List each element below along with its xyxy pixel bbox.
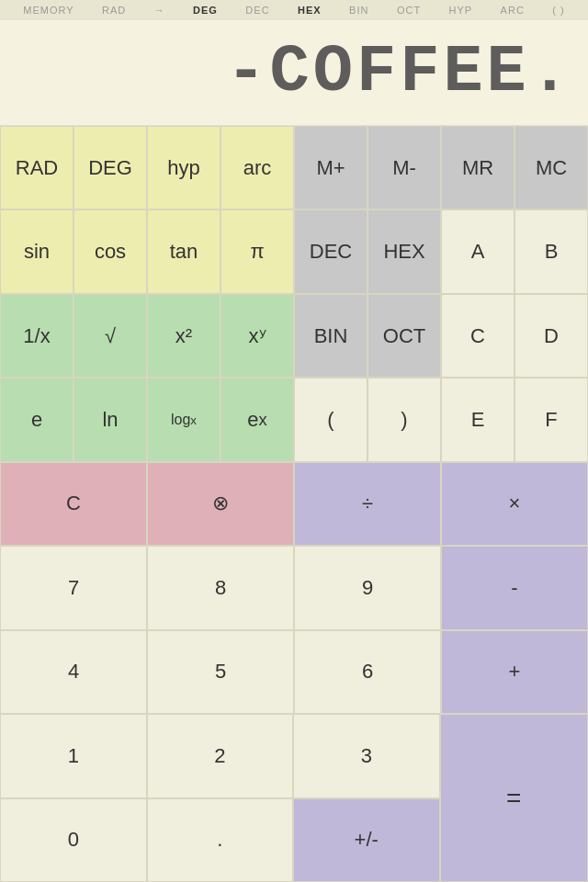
status-item-: ( ) — [552, 5, 564, 16]
status-bar: MEMORYRAD→DEGDECHEXBINOCTHYPARC( ) — [0, 0, 588, 20]
display: -COFFEE. — [0, 20, 588, 126]
eight-btn[interactable]: 8 — [147, 546, 294, 629]
m-minus-btn[interactable]: M- — [368, 126, 441, 209]
reciprocal-btn[interactable]: 1/x — [0, 294, 74, 378]
lparen-btn[interactable]: ( — [294, 378, 368, 461]
sqrt-btn[interactable]: √ — [74, 294, 147, 378]
hex-btn[interactable]: HEX — [368, 209, 441, 293]
clear-btn[interactable]: C — [0, 462, 147, 546]
a-btn[interactable]: A — [441, 209, 514, 293]
mr-btn[interactable]: MR — [441, 126, 514, 209]
status-item-bin: BIN — [349, 5, 368, 16]
row-456: 4 5 6 + — [0, 630, 588, 714]
calculator-grid: RAD DEG hyp arc M+ M- MR MC sin cos tan … — [0, 126, 588, 882]
pi-btn[interactable]: π — [220, 209, 294, 293]
plusminus-btn[interactable]: +/- — [293, 798, 440, 882]
status-item-rad: RAD — [102, 5, 126, 16]
row-123-0-combined: 1 2 3 0 . +/- = — [0, 714, 588, 882]
c-hex-btn[interactable]: C — [441, 294, 514, 378]
sin-btn[interactable]: sin — [0, 209, 74, 293]
status-item-deg: DEG — [193, 5, 218, 16]
status-item-arc: ARC — [501, 5, 525, 16]
m-plus-btn[interactable]: M+ — [294, 126, 368, 209]
oct-btn[interactable]: OCT — [368, 294, 441, 378]
e-hex-btn[interactable]: E — [441, 378, 514, 461]
e-btn[interactable]: e — [0, 378, 74, 461]
logx-btn[interactable]: logx — [147, 378, 220, 461]
plus-btn[interactable]: + — [441, 630, 588, 714]
arc-btn[interactable]: arc — [220, 126, 294, 209]
one-btn[interactable]: 1 — [0, 714, 147, 797]
equals-btn[interactable]: = — [440, 714, 589, 882]
row-exp: e ln logx ex ( ) E F — [0, 378, 588, 461]
four-btn[interactable]: 4 — [0, 630, 147, 714]
b-btn[interactable]: B — [514, 209, 588, 293]
backspace-btn[interactable]: ⊗ — [147, 462, 294, 546]
row-math: 1/x √ x² xʸ BIN OCT C D — [0, 294, 588, 378]
deg-btn[interactable]: DEG — [74, 126, 147, 209]
x2-btn[interactable]: x² — [147, 294, 220, 378]
status-item-memory: MEMORY — [23, 5, 74, 16]
divide-btn[interactable]: ÷ — [294, 462, 441, 546]
six-btn[interactable]: 6 — [294, 630, 441, 714]
status-item-hex: HEX — [298, 5, 322, 16]
multiply-btn[interactable]: × — [441, 462, 588, 546]
three-btn[interactable]: 3 — [293, 714, 440, 797]
status-item-dec: DEC — [245, 5, 269, 16]
cos-btn[interactable]: cos — [74, 209, 147, 293]
rparen-btn[interactable]: ) — [368, 378, 441, 461]
status-item-hyp: HYP — [449, 5, 473, 16]
two-btn[interactable]: 2 — [147, 714, 294, 797]
minus-btn[interactable]: - — [441, 546, 588, 629]
zero-btn[interactable]: 0 — [0, 798, 147, 882]
row-trig: sin cos tan π DEC HEX A B — [0, 209, 588, 293]
status-item-oct: OCT — [397, 5, 421, 16]
bin-btn[interactable]: BIN — [294, 294, 368, 378]
row-ops: C ⊗ ÷ × — [0, 462, 588, 546]
row-0dot: 0 . +/- — [0, 798, 440, 882]
mc-btn[interactable]: MC — [514, 126, 588, 209]
d-hex-btn[interactable]: D — [514, 294, 588, 378]
nine-btn[interactable]: 9 — [294, 546, 441, 629]
row-789: 7 8 9 - — [0, 546, 588, 629]
five-btn[interactable]: 5 — [147, 630, 294, 714]
display-value: -COFFEE. — [226, 35, 573, 110]
xy-btn[interactable]: xʸ — [220, 294, 294, 378]
dec-btn[interactable]: DEC — [294, 209, 368, 293]
f-hex-btn[interactable]: F — [514, 378, 588, 461]
row-mode: RAD DEG hyp arc M+ M- MR MC — [0, 126, 588, 209]
decimal-btn[interactable]: . — [147, 798, 294, 882]
row-123: 1 2 3 — [0, 714, 440, 797]
ln-btn[interactable]: ln — [74, 378, 147, 461]
status-item-: → — [154, 5, 165, 16]
tan-btn[interactable]: tan — [147, 209, 220, 293]
ex-btn[interactable]: ex — [220, 378, 294, 461]
seven-btn[interactable]: 7 — [0, 546, 147, 629]
hyp-btn[interactable]: hyp — [147, 126, 220, 209]
rad-btn[interactable]: RAD — [0, 126, 74, 209]
